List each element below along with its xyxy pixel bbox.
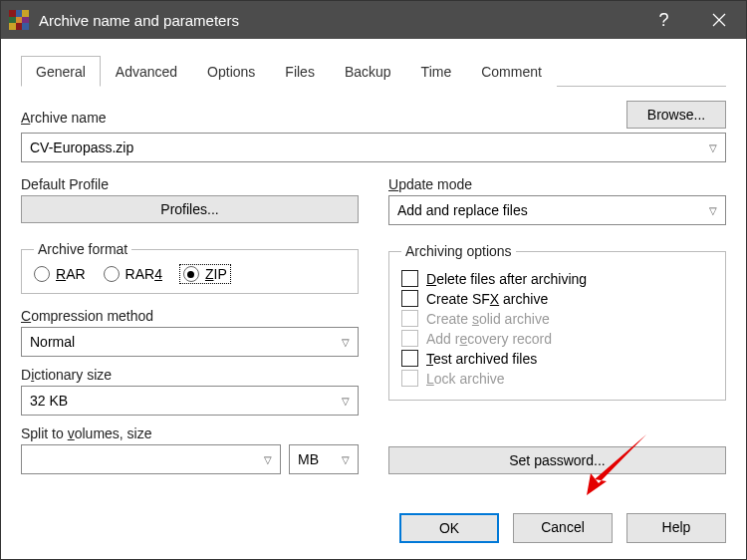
tab-bar: General Advanced Options Files Backup Ti… bbox=[21, 55, 726, 87]
compression-label: Compression method bbox=[21, 308, 359, 324]
window-title: Archive name and parameters bbox=[39, 12, 636, 29]
check-sfx[interactable]: Create SFX archive bbox=[401, 290, 713, 307]
update-mode-label: Update mode bbox=[388, 176, 726, 192]
dictionary-select[interactable]: 32 KB ▽ bbox=[21, 386, 359, 416]
help-titlebar-button[interactable]: ? bbox=[636, 1, 691, 39]
split-size-input[interactable]: ▽ bbox=[21, 444, 281, 474]
left-column: Default Profile Profiles... Archive form… bbox=[21, 176, 359, 474]
radio-rar[interactable]: RAR bbox=[34, 266, 86, 282]
split-unit-select[interactable]: MB ▽ bbox=[289, 444, 359, 474]
tab-options[interactable]: Options bbox=[192, 56, 270, 87]
update-mode-value: Add and replace files bbox=[397, 202, 528, 218]
close-button[interactable] bbox=[691, 1, 746, 39]
check-recovery: Add recovery record bbox=[401, 330, 713, 347]
dictionary-value: 32 KB bbox=[30, 393, 68, 409]
update-mode-select[interactable]: Add and replace files ▽ bbox=[388, 195, 726, 225]
archive-name-input[interactable]: CV-Europass.zip ▽ bbox=[21, 133, 726, 162]
browse-button[interactable]: Browse... bbox=[626, 101, 726, 129]
compression-value: Normal bbox=[30, 334, 75, 350]
winrar-icon bbox=[9, 10, 29, 30]
archiving-options-legend: Archiving options bbox=[401, 243, 516, 259]
chevron-down-icon: ▽ bbox=[342, 454, 350, 465]
tab-general[interactable]: General bbox=[21, 56, 101, 87]
chevron-down-icon: ▽ bbox=[709, 142, 717, 153]
default-profile-label: Default Profile bbox=[21, 176, 359, 192]
chevron-down-icon: ▽ bbox=[709, 205, 717, 216]
split-label: Split to volumes, size bbox=[21, 425, 359, 441]
chevron-down-icon: ▽ bbox=[342, 337, 350, 348]
ok-button[interactable]: OK bbox=[399, 513, 499, 543]
check-lock: Lock archive bbox=[401, 370, 713, 387]
dialog-body: General Advanced Options Files Backup Ti… bbox=[1, 39, 746, 499]
titlebar: Archive name and parameters ? bbox=[1, 1, 746, 39]
chevron-down-icon: ▽ bbox=[342, 396, 350, 407]
check-test[interactable]: Test archived files bbox=[401, 350, 713, 367]
archive-name-label: Archive name bbox=[21, 110, 617, 126]
archive-name-value: CV-Europass.zip bbox=[30, 140, 133, 155]
chevron-down-icon: ▽ bbox=[264, 454, 272, 465]
tab-time[interactable]: Time bbox=[406, 56, 467, 87]
tab-advanced[interactable]: Advanced bbox=[101, 56, 192, 87]
dialog-footer: OK Cancel Help bbox=[1, 499, 746, 559]
archiving-options-group: Archiving options Delete files after arc… bbox=[388, 243, 726, 401]
check-delete-after[interactable]: Delete files after archiving bbox=[401, 270, 713, 287]
radio-zip[interactable]: ZIP bbox=[180, 265, 230, 283]
help-button[interactable]: Help bbox=[626, 513, 726, 543]
compression-select[interactable]: Normal ▽ bbox=[21, 327, 359, 357]
tab-comment[interactable]: Comment bbox=[466, 56, 557, 87]
set-password-button[interactable]: Set password... bbox=[388, 446, 726, 474]
right-column: Update mode Add and replace files ▽ Arch… bbox=[388, 176, 726, 474]
cancel-button[interactable]: Cancel bbox=[513, 513, 613, 543]
tab-backup[interactable]: Backup bbox=[330, 56, 406, 87]
dialog-window: Archive name and parameters ? General Ad… bbox=[0, 0, 747, 560]
profiles-button[interactable]: Profiles... bbox=[21, 195, 359, 223]
check-solid: Create solid archive bbox=[401, 310, 713, 327]
archive-format-legend: Archive format bbox=[34, 241, 131, 257]
split-unit-value: MB bbox=[298, 451, 319, 467]
tab-files[interactable]: Files bbox=[270, 56, 330, 87]
archive-format-group: Archive format RAR RAR4 ZIP bbox=[21, 241, 359, 294]
radio-rar4[interactable]: RAR4 bbox=[104, 266, 162, 282]
dictionary-label: Dictionary size bbox=[21, 367, 359, 383]
